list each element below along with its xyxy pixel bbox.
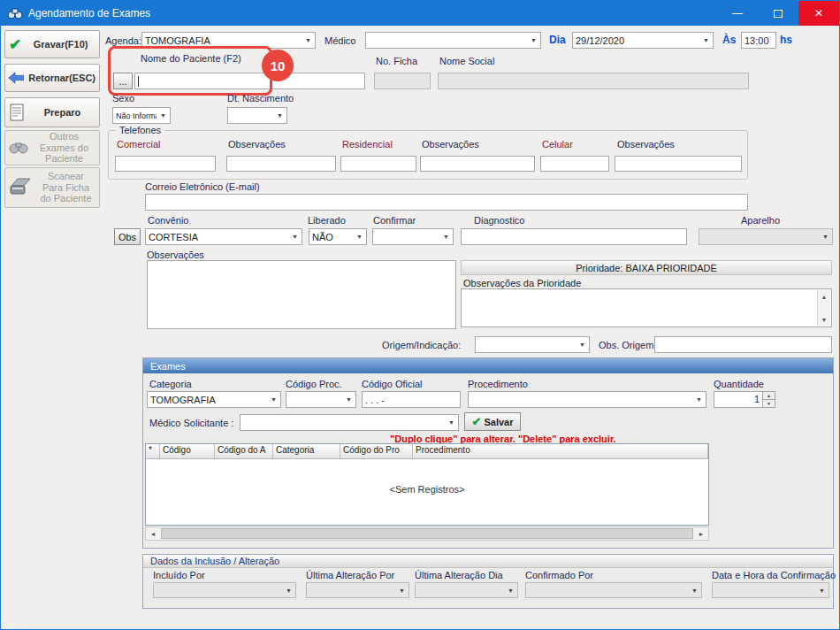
ultima-alteracao-dia-label: Última Alteração Dia	[415, 570, 503, 580]
grid-empty-text: <Sem Registros>	[146, 484, 708, 495]
dados-panel: Dados da Inclusão / Alteração	[142, 554, 834, 609]
dia-select[interactable]: 29/12/2020 ▼	[572, 32, 714, 49]
observacoes-textarea[interactable]	[147, 260, 456, 329]
celular-input[interactable]	[540, 156, 609, 172]
window-title: Agendamento de Exames	[28, 7, 150, 19]
hora-value: 13:00	[745, 35, 769, 46]
grid-col-categoria: Categoria	[273, 444, 340, 458]
comercial-input[interactable]	[115, 156, 216, 172]
medico-solicitante-select[interactable]: ▼	[240, 414, 459, 431]
nascimento-select[interactable]: ▼	[227, 107, 287, 124]
convenio-select[interactable]: CORTESIA ▼	[145, 228, 302, 245]
sexo-label: Sexo	[112, 93, 134, 104]
telefones-group: Telefones	[108, 130, 748, 180]
convenio-value: CORTESIA	[146, 232, 288, 242]
procedimento-label: Procedimento	[468, 379, 528, 389]
liberado-value: NÃO	[309, 232, 353, 242]
confirmar-select[interactable]: ▼	[372, 228, 454, 245]
scroll-left-icon[interactable]: ◄	[146, 527, 160, 540]
gravar-button[interactable]: ✔ Gravar(F10)	[4, 30, 100, 58]
retornar-label: Retornar(ESC)	[28, 73, 95, 84]
scrollbar-thumb[interactable]	[161, 528, 693, 539]
codigo-oficial-input[interactable]: . . . -	[362, 391, 461, 408]
patient-name-label: Nome do Paciente (F2)	[141, 53, 241, 64]
chevron-down-icon: ▼	[342, 396, 355, 403]
obs-comercial-input[interactable]	[226, 156, 336, 172]
codigo-oficial-value: . . . -	[365, 395, 385, 405]
convenio-label: Convênio	[148, 215, 188, 226]
categoria-label: Categoria	[149, 379, 192, 389]
email-label: Correio Eletrônico (E-mail)	[145, 181, 260, 192]
stepper-down-icon[interactable]: ▼	[763, 399, 775, 407]
close-button[interactable]: ✕	[798, 1, 839, 26]
prioridade-header: Prioridade: BAIXA PRIORIDADE	[461, 260, 832, 275]
hora-label: Às	[722, 34, 736, 46]
hora-input[interactable]: 13:00	[741, 32, 776, 49]
obs-residencial-label: Observações	[422, 139, 479, 150]
maximize-button[interactable]	[758, 1, 798, 26]
stepper-up-icon[interactable]: ▲	[763, 392, 775, 399]
obs-celular-input[interactable]	[615, 156, 742, 172]
chevron-down-icon: ▼	[445, 419, 458, 426]
confirmado-por-field: ▼	[525, 582, 702, 598]
scroll-right-icon[interactable]: ►	[694, 527, 708, 540]
printer-icon	[9, 104, 25, 121]
residencial-label: Residencial	[342, 139, 393, 150]
vertical-scrollbar[interactable]: ▲ ▼	[817, 290, 830, 326]
agenda-select[interactable]: TOMOGRAFIA ▼	[141, 32, 316, 49]
hs-label: hs	[780, 34, 792, 46]
scroll-down-icon[interactable]: ▼	[818, 313, 830, 326]
preparo-button[interactable]: Preparo	[4, 97, 100, 127]
quantidade-stepper[interactable]: 1 ▲ ▼	[714, 391, 775, 408]
binoculars-icon	[9, 142, 28, 154]
horizontal-scrollbar[interactable]: ◄ ►	[145, 526, 709, 541]
preparo-label: Preparo	[29, 107, 95, 119]
salvar-label: Salvar	[484, 417, 513, 427]
patient-name-input[interactable]	[134, 73, 365, 89]
obs-residencial-input[interactable]	[420, 156, 535, 172]
liberado-select[interactable]: NÃO ▼	[309, 228, 367, 245]
chevron-down-icon: ▼	[688, 588, 701, 594]
annotation-badge-number: 10	[271, 58, 286, 73]
agenda-label: Agenda:	[105, 35, 141, 46]
scanear-button[interactable]: Scanear Para Ficha do Paciente	[4, 167, 100, 208]
procedimento-select[interactable]: ▼	[468, 391, 706, 408]
chevron-down-icon: ▼	[302, 37, 315, 43]
scanear-label: Scanear Para Ficha do Paciente	[36, 171, 95, 204]
grid-col-indicator: *	[146, 444, 160, 458]
confirmar-label: Confirmar	[373, 215, 416, 226]
medico-solicitante-label: Médico Solicitante :	[149, 418, 233, 428]
codigo-proc-select[interactable]: ▼	[286, 391, 356, 408]
categoria-value: TOMOGRAFIA	[148, 395, 267, 405]
obs-origem-input[interactable]	[654, 336, 832, 353]
email-input[interactable]	[145, 194, 748, 211]
prioridade-header-text: Prioridade: BAIXA PRIORIDADE	[576, 263, 717, 273]
close-icon: ✕	[814, 7, 823, 19]
categoria-select[interactable]: TOMOGRAFIA ▼	[147, 391, 281, 408]
chevron-down-icon: ▼	[267, 396, 280, 403]
outros-exames-button[interactable]: Outros Exames do Paciente	[4, 130, 100, 165]
patient-browse-button[interactable]: ...	[113, 73, 133, 89]
comercial-label: Comercial	[117, 139, 161, 150]
liberado-label: Liberado	[308, 215, 346, 226]
origem-select[interactable]: ▼	[475, 336, 590, 353]
medico-select[interactable]: ▼	[365, 32, 541, 49]
diagnostico-input[interactable]	[461, 228, 687, 245]
telefones-group-label: Telefones	[116, 125, 164, 135]
gravar-label: Gravar(F10)	[26, 39, 95, 50]
obs-button[interactable]: Obs	[114, 228, 141, 245]
salvar-button[interactable]: ✔ Salvar	[464, 412, 521, 431]
nascimento-label: Dt. Nascimento	[227, 93, 294, 104]
scroll-up-icon[interactable]: ▲	[818, 290, 830, 303]
sexo-select[interactable]: Não Informa ▼	[112, 107, 171, 124]
prioridade-obs-textarea[interactable]: ▲ ▼	[461, 288, 832, 327]
retornar-button[interactable]: Retornar(ESC)	[4, 64, 100, 92]
residencial-input[interactable]	[340, 156, 416, 172]
obs-button-label: Obs	[118, 232, 136, 242]
nome-social-label: Nome Social	[439, 56, 494, 66]
minimize-button[interactable]: —	[717, 1, 758, 26]
chevron-down-icon: ▼	[288, 234, 302, 240]
exames-panel-header: Exames	[143, 358, 833, 373]
obs-origem-label: Obs. Origem:	[599, 340, 656, 350]
medico-label: Médico	[325, 35, 355, 46]
